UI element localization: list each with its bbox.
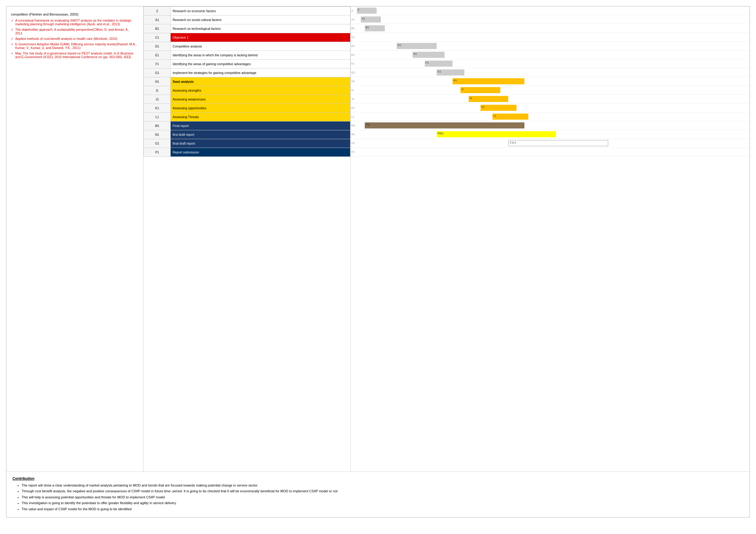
contribution-item: The value and impact of CSIIP model for … — [22, 507, 743, 512]
task-id: C1 — [144, 33, 171, 42]
task-row: G1Implement the strategies for gaining c… — [144, 68, 350, 77]
task-row: P1Report submission — [144, 148, 350, 157]
task-id: D1 — [144, 42, 171, 51]
gantt-row: A1 — [351, 15, 750, 24]
task-row: D1Competitive analysis — [144, 42, 350, 51]
gantt-bar: C1L1 — [508, 140, 608, 146]
gantt-row-label: M1 — [351, 124, 355, 127]
task-row: M1Final report — [144, 121, 350, 130]
task-table: ZResearch on economic factorsA1Research … — [144, 6, 350, 157]
task-id: F1 — [144, 60, 171, 68]
task-label: Assessing opportunities — [171, 104, 350, 113]
task-row: N1first draft report — [144, 130, 350, 139]
task-row: K1Assessing opportunities — [144, 104, 350, 113]
gantt-bar: AQ — [365, 122, 525, 128]
gantt-row-label: H1 — [351, 80, 355, 83]
task-row: O1final draft report — [144, 139, 350, 148]
gantt-bar: K1 — [480, 105, 517, 111]
task-row: E1Identifying the areas in which the com… — [144, 51, 350, 60]
gantt-row: I1 — [351, 86, 750, 95]
gantt-row-label: E1 — [351, 53, 355, 56]
left-panel: competition (Fleisher and Bensoussan, 20… — [6, 6, 144, 471]
task-row: C1Objective 1 — [144, 33, 350, 42]
task-label: Competitive analysis — [171, 42, 350, 51]
gantt-row-label: F1 — [351, 62, 355, 65]
contribution-item: This investigation is going to identify … — [22, 501, 743, 505]
contribution-item: The report will show a clear understandi… — [22, 483, 743, 488]
task-id: I1 — [144, 86, 171, 95]
gantt-row-label: L1 — [351, 115, 354, 118]
gantt-row-label: J1 — [351, 97, 354, 100]
task-label: Assessing weaknesses — [171, 95, 350, 104]
gantt-row: J1 — [351, 95, 750, 104]
gantt-row: F1 — [351, 59, 750, 68]
outer-border: competition (Fleisher and Bensoussan, 20… — [6, 6, 750, 518]
task-label: Assessing strengths — [171, 86, 350, 95]
gantt-bar: A1 — [361, 16, 381, 22]
gantt-row: L1 — [351, 112, 750, 121]
gantt-row-label: C1 — [351, 36, 355, 39]
task-id: J1 — [144, 95, 171, 104]
gantt-area: ZZA1A1B1B1C1D1D1E1E1F1F1G1G1H1H1I1I1J1J1… — [351, 6, 750, 157]
competition-text: competition (Fleisher and Bensoussan, 20… — [11, 13, 137, 16]
gantt-bar: F1 — [425, 61, 453, 67]
task-id: G1 — [144, 68, 171, 77]
gantt-row-label: A1 — [351, 18, 355, 21]
task-label: first draft report — [171, 130, 350, 139]
main-content: competition (Fleisher and Bensoussan, 20… — [6, 6, 750, 471]
task-label: Research on economic factors — [171, 7, 350, 15]
gantt-bar: G1 — [437, 69, 465, 75]
gantt-row-label: O1 — [351, 141, 355, 145]
task-row: I1Assessing strengths — [144, 86, 350, 95]
task-row: B1Research on technological factors — [144, 24, 350, 33]
gantt-bar: Z — [357, 8, 377, 14]
gantt-row: H1 — [351, 77, 750, 86]
gantt-panel: ZZA1A1B1B1C1D1D1E1E1F1F1G1G1H1H1I1I1J1J1… — [351, 6, 750, 471]
task-row: H1Swot analysis — [144, 77, 350, 86]
reference-item: Applied methods of cost-benefit analysis… — [11, 37, 137, 40]
gantt-row-label: D1 — [351, 44, 355, 47]
task-label: Research on social cultural factors — [171, 15, 350, 24]
gantt-bar: I1 — [460, 87, 500, 93]
task-id: E1 — [144, 51, 171, 60]
task-id: B1 — [144, 24, 171, 33]
task-id: L1 — [144, 113, 171, 121]
task-id: H1 — [144, 77, 171, 86]
gantt-row: K1 — [351, 104, 750, 112]
reference-item: A conceptual framework on evaluating SWO… — [11, 18, 137, 26]
gantt-bar: E1 — [413, 52, 445, 58]
page: competition (Fleisher and Bensoussan, 20… — [0, 0, 756, 534]
gantt-row: C1 — [351, 33, 750, 42]
bottom-section: Contribution The report will show a clea… — [6, 471, 750, 517]
gantt-row-label: K1 — [351, 106, 355, 109]
reference-item: May. The risk study of e-governance base… — [11, 51, 137, 59]
gantt-row-label: G1 — [351, 71, 355, 74]
contribution-item: Through cost benefit analysis, the negat… — [22, 489, 743, 494]
task-label: Implement the strategies for gaining com… — [171, 68, 350, 77]
task-label: Identifying the areas in which the compa… — [171, 51, 350, 60]
gantt-row: P1 — [351, 148, 750, 157]
task-id: K1 — [144, 104, 171, 113]
gantt-row: G1 — [351, 68, 750, 77]
gantt-row: B1 — [351, 24, 750, 33]
task-label: final draft report — [171, 139, 350, 148]
gantt-row-label: P1 — [351, 150, 355, 153]
task-row: J1Assessing weaknesses — [144, 95, 350, 104]
references-list: A conceptual framework on evaluating SWO… — [11, 18, 137, 59]
gantt-row: Z — [351, 6, 750, 15]
task-id: A1 — [144, 15, 171, 24]
gantt-row-label: I1 — [351, 89, 354, 92]
task-id: N1 — [144, 130, 171, 139]
gantt-row-label: Z — [351, 9, 353, 12]
task-label: Objective 1 — [171, 33, 350, 42]
task-label: Swot analysis — [171, 77, 350, 86]
gantt-bar: D1 — [397, 43, 437, 49]
task-id: Z — [144, 7, 171, 15]
gantt-row-label: N1 — [351, 133, 355, 136]
task-row: L1Assessing Threats — [144, 113, 350, 121]
task-label: Research on technological factors — [171, 24, 350, 33]
task-row: F1Identifying the areas of gaining compe… — [144, 60, 350, 68]
task-id: M1 — [144, 121, 171, 130]
reference-item: The stakeholder approach: A sustainabili… — [11, 28, 137, 35]
task-id: O1 — [144, 139, 171, 148]
